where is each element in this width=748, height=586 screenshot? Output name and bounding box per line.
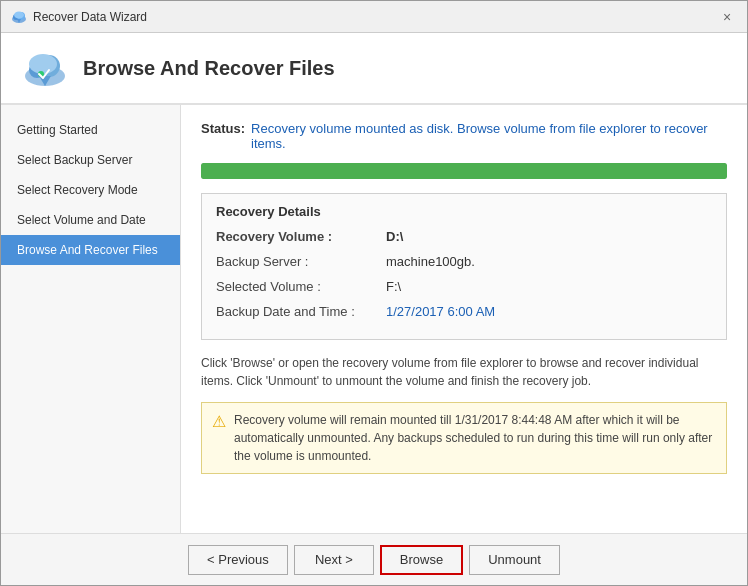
status-text: Recovery volume mounted as disk. Browse … (251, 121, 727, 151)
sidebar-item-select-volume-and-date[interactable]: Select Volume and Date (1, 205, 180, 235)
detail-row-selected-volume: Selected Volume : F:\ (216, 279, 712, 294)
app-icon (11, 9, 27, 25)
label-recovery-volume: Recovery Volume : (216, 229, 386, 244)
main-panel: Status: Recovery volume mounted as disk.… (181, 105, 747, 533)
value-selected-volume: F:\ (386, 279, 401, 294)
header-title: Browse And Recover Files (83, 57, 335, 80)
label-selected-volume: Selected Volume : (216, 279, 386, 294)
title-bar-title: Recover Data Wizard (33, 10, 147, 24)
warning-icon: ⚠ (212, 412, 226, 431)
progress-bar-fill (201, 163, 727, 179)
value-backup-date: 1/27/2017 6:00 AM (386, 304, 495, 319)
label-backup-server: Backup Server : (216, 254, 386, 269)
warning-text: Recovery volume will remain mounted till… (234, 411, 716, 465)
unmount-button[interactable]: Unmount (469, 545, 560, 575)
header: Browse And Recover Files (1, 33, 747, 105)
recovery-details-box: Recovery Details Recovery Volume : D:\ B… (201, 193, 727, 340)
detail-row-recovery-volume: Recovery Volume : D:\ (216, 229, 712, 244)
header-icon (21, 44, 69, 92)
title-bar-left: Recover Data Wizard (11, 9, 147, 25)
detail-row-backup-date: Backup Date and Time : 1/27/2017 6:00 AM (216, 304, 712, 319)
svg-point-3 (14, 11, 24, 18)
info-text: Click 'Browse' or open the recovery volu… (201, 354, 727, 390)
sidebar-item-select-backup-server[interactable]: Select Backup Server (1, 145, 180, 175)
recovery-details-title: Recovery Details (216, 204, 712, 219)
sidebar: Getting Started Select Backup Server Sel… (1, 105, 181, 533)
progress-bar-container (201, 163, 727, 179)
previous-button[interactable]: < Previous (188, 545, 288, 575)
content-area: Getting Started Select Backup Server Sel… (1, 105, 747, 533)
status-bar: Status: Recovery volume mounted as disk.… (201, 121, 727, 151)
value-recovery-volume: D:\ (386, 229, 403, 244)
next-button[interactable]: Next > (294, 545, 374, 575)
close-button[interactable]: × (717, 7, 737, 27)
footer: < Previous Next > Browse Unmount (1, 533, 747, 585)
detail-row-backup-server: Backup Server : machine100gb. (216, 254, 712, 269)
sidebar-item-select-recovery-mode[interactable]: Select Recovery Mode (1, 175, 180, 205)
sidebar-item-browse-and-recover[interactable]: Browse And Recover Files (1, 235, 180, 265)
value-backup-server: machine100gb. (386, 254, 475, 269)
title-bar: Recover Data Wizard × (1, 1, 747, 33)
svg-point-8 (29, 54, 57, 74)
label-backup-date: Backup Date and Time : (216, 304, 386, 319)
main-window: Recover Data Wizard × Browse And Recover… (0, 0, 748, 586)
browse-button[interactable]: Browse (380, 545, 463, 575)
sidebar-item-getting-started[interactable]: Getting Started (1, 115, 180, 145)
warning-box: ⚠ Recovery volume will remain mounted ti… (201, 402, 727, 474)
status-label: Status: (201, 121, 245, 136)
